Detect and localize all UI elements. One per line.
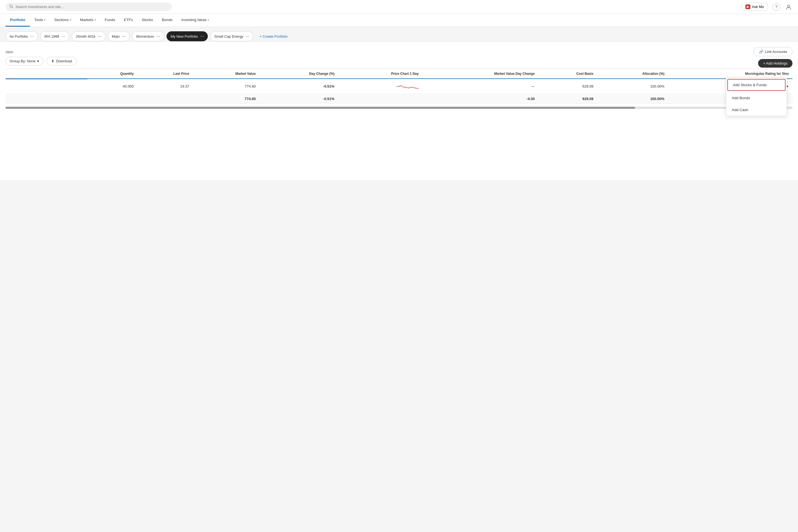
tools-caret: ▾ (44, 18, 45, 21)
markets-caret: ▾ (94, 18, 96, 21)
group-by-caret: ▾ (37, 59, 39, 63)
holdings-table: Quantity Last Price Market Value Day Cha… (5, 69, 793, 104)
portfolio-tabs-container: he Portfolio ··· IRA 1999 ··· JSmith 401… (0, 27, 798, 41)
cell-market-value: 774.80 (193, 79, 259, 94)
nav-item-funds[interactable]: Funds (100, 14, 120, 26)
total-cell-market-value: 774.80 (193, 94, 259, 104)
table-total-row: 774.80 -0.51% -4.00 628.08 100.00% (5, 94, 793, 104)
tab-small-cap-energy[interactable]: Small Cap Energy ··· (210, 31, 253, 41)
nav-item-portfolio[interactable]: Portfolio (5, 14, 30, 26)
tab-he-portfolio[interactable]: he Portfolio ··· (5, 31, 38, 41)
table-row: 40.000 19.37 774.80 -0.51% — 628.08 100.… (5, 79, 793, 94)
link-accounts-button[interactable]: 🔗 Link Accounts (754, 47, 793, 56)
tab-jsmith-401k[interactable]: JSmith 401k ··· (72, 31, 106, 41)
tab-main-label: Main (112, 34, 120, 39)
total-cell-name (5, 94, 88, 104)
cell-price-chart (338, 79, 422, 94)
col-header-rating: Morningstar Rating for Stoc (668, 69, 793, 79)
tab-momentum[interactable]: Momentum ··· (132, 31, 164, 41)
group-by-button[interactable]: Group By: None ▾ (5, 57, 43, 65)
col-header-day-change-pct: Day Change (%) (259, 69, 338, 79)
total-cell-quantity (88, 94, 137, 104)
nav-item-stocks[interactable]: Stocks (137, 14, 158, 26)
col-header-cost-basis: Cost Basis (538, 69, 597, 79)
cell-last-price: 19.37 (137, 79, 193, 94)
tab-small-cap-energy-dots: ··· (246, 34, 249, 39)
dropdown-add-stocks-funds[interactable]: Add Stocks & Funds (727, 79, 785, 91)
ask-mo-label: Ask Mo (752, 5, 764, 9)
search-icon (10, 4, 13, 9)
horizontal-scrollbar[interactable] (5, 107, 793, 109)
tab-momentum-label: Momentum (136, 34, 154, 39)
add-holdings-button[interactable]: + Add Holdings (758, 59, 793, 68)
dropdown-add-bonds[interactable]: Add Bonds (726, 92, 787, 104)
total-cell-cost-basis: 628.08 (538, 94, 597, 104)
col-header-price-chart: Price Chart 1 Day (338, 69, 422, 79)
tab-momentum-dots: ··· (156, 34, 160, 39)
tab-he-portfolio-label: he Portfolio (10, 34, 28, 39)
tab-jsmith-401k-dots: ··· (98, 34, 101, 39)
download-button[interactable]: ⬇ Download (46, 57, 77, 65)
col-header-mv-day-change: Market Value Day Change (422, 69, 538, 79)
cell-allocation: 100.00% (597, 79, 668, 94)
nav-item-markets[interactable]: Markets ▾ (76, 14, 100, 26)
col-header-allocation: Allocation (%) (597, 69, 668, 79)
tab-small-cap-energy-label: Small Cap Energy (214, 34, 243, 39)
top-right-actions: ▶ Ask Mo ? (741, 3, 793, 11)
ask-mo-icon: ▶ (745, 4, 750, 9)
tab-jsmith-401k-label: JSmith 401k (76, 34, 96, 39)
create-portfolio-button[interactable]: + Create Portfolio (255, 32, 291, 41)
search-input[interactable] (16, 5, 168, 9)
download-icon: ⬇ (51, 59, 54, 63)
tab-main-dots: ··· (122, 34, 126, 39)
cell-day-change-pct: -0.51% (259, 79, 338, 94)
svg-point-2 (787, 5, 790, 7)
tab-ira-1999[interactable]: IRA 1999 ··· (40, 31, 69, 41)
sections-caret: ▾ (70, 18, 71, 21)
mini-price-chart (397, 82, 419, 90)
total-cell-allocation: 100.00% (597, 94, 668, 104)
total-cell-last-price (137, 94, 193, 104)
total-cell-price-chart (338, 94, 422, 104)
tab-he-portfolio-dots: ··· (30, 34, 34, 39)
nav-item-etfs[interactable]: ETFs (119, 14, 137, 26)
user-icon[interactable] (785, 3, 793, 11)
tab-ira-1999-label: IRA 1999 (44, 34, 59, 39)
dropdown-add-cash[interactable]: Add Cash (726, 104, 787, 116)
help-icon[interactable]: ? (773, 3, 780, 11)
col-header-last-price: Last Price (137, 69, 193, 79)
tab-my-new-portfolio[interactable]: My New Portfolio ··· (167, 31, 208, 41)
link-icon: 🔗 (759, 50, 763, 54)
nav-item-sections[interactable]: Sections ▾ (50, 14, 76, 26)
search-bar-container: ▶ Ask Mo ? (0, 0, 798, 14)
scroll-thumb[interactable] (5, 107, 635, 109)
cell-name (5, 79, 88, 94)
section-label: ction (5, 50, 793, 54)
cell-mv-day-change: — (422, 79, 538, 94)
tab-my-new-portfolio-dots: ··· (200, 34, 204, 39)
col-header-name (5, 69, 88, 79)
tab-my-new-portfolio-label: My New Portfolio (171, 34, 198, 39)
nav-bar: Portfolio Tools ▾ Sections ▾ Markets ▾ F… (0, 14, 798, 27)
svg-line-1 (12, 7, 13, 8)
action-buttons-area: 🔗 Link Accounts + Add Holdings Add Stock… (754, 47, 793, 68)
ask-mo-button[interactable]: ▶ Ask Mo (741, 3, 768, 11)
dropdown-menu: Add Stocks & Funds Add Bonds Add Cash (726, 78, 787, 116)
nav-item-investing-ideas[interactable]: Investing Ideas ▾ (177, 14, 213, 26)
search-input-wrapper (5, 3, 172, 11)
col-header-market-value: Market Value (193, 69, 259, 79)
cell-quantity: 40.000 (88, 79, 137, 94)
col-header-quantity: Quantity (88, 69, 137, 79)
total-cell-mv-day-change: -4.00 (422, 94, 538, 104)
main-content: 🔗 Link Accounts + Add Holdings Add Stock… (0, 41, 798, 180)
nav-item-tools[interactable]: Tools ▾ (30, 14, 50, 26)
nav-item-bonds[interactable]: Bonds (157, 14, 177, 26)
cell-cost-basis: 628.08 (538, 79, 597, 94)
toolbar-row: Group By: None ▾ ⬇ Download (5, 57, 793, 65)
total-cell-day-change-pct: -0.51% (259, 94, 338, 104)
tab-ira-1999-dots: ··· (61, 34, 65, 39)
tab-main[interactable]: Main ··· (108, 31, 130, 41)
investing-ideas-caret: ▾ (208, 18, 209, 21)
